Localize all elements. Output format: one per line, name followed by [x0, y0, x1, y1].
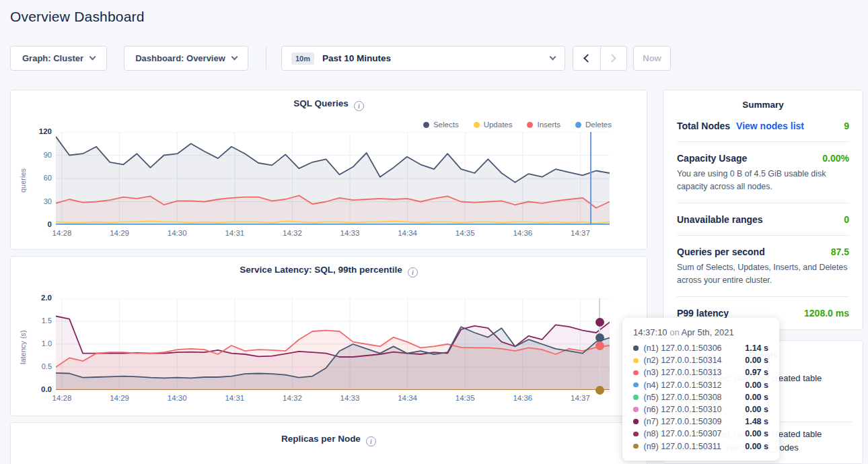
metric-value: 0.00%	[822, 153, 849, 164]
x-axis-tick: 14:35	[450, 229, 480, 237]
tooltip-node-value: 0.00 s	[745, 442, 768, 451]
chevron-down-icon	[550, 54, 556, 61]
metric-value: 1208.0 ms	[804, 308, 849, 319]
summary-metric: Queries per second87.5Sum of Selects, Up…	[663, 246, 863, 286]
chevron-right-icon	[608, 54, 616, 63]
replicas-title-row: Replicas per Nodei	[11, 434, 647, 446]
legend-dot-icon	[527, 122, 533, 128]
chart-hover-tooltip: 14:37:10 on Apr 5th, 2021 (n1) 127.0.0.1…	[622, 318, 779, 461]
tooltip-row: (n8) 127.0.0.1:503070.00 s	[633, 428, 768, 440]
replicas-card: Replicas per Nodei	[10, 422, 647, 464]
metric-value: 0	[844, 214, 849, 225]
legend-label: Deletes	[585, 121, 612, 129]
y-axis-tick: 120	[32, 127, 52, 135]
x-axis-tick: 14:33	[335, 229, 365, 237]
graph-dropdown[interactable]: Graph: Cluster	[10, 46, 107, 71]
tooltip-timestamp: 14:37:10 on Apr 5th, 2021	[633, 327, 768, 337]
now-button[interactable]: Now	[633, 46, 671, 71]
x-axis-tick: 14:34	[393, 229, 423, 237]
legend-item-updates: Updates	[474, 121, 513, 129]
y-axis-tick: 0.0	[32, 385, 52, 393]
metric-label: Capacity Usage	[677, 153, 747, 164]
series-dot-icon	[633, 383, 639, 388]
y-axis-tick: 60	[32, 174, 52, 182]
tooltip-row: (n6) 127.0.0.1:503100.00 s	[633, 403, 768, 416]
x-axis-tick: 14:36	[508, 229, 538, 237]
tooltip-node-value: 0.00 s	[745, 429, 768, 438]
legend-label: Updates	[484, 121, 513, 129]
time-range-picker[interactable]: 10m Past 10 Minutes	[281, 46, 565, 71]
metric-description: Sum of Selects, Updates, Inserts, and De…	[677, 261, 849, 286]
tooltip-row: (n7) 127.0.0.1:503091.48 s	[633, 416, 768, 428]
hover-point-icon	[595, 386, 604, 395]
series-dot-icon	[633, 407, 639, 412]
time-prev-button[interactable]	[573, 46, 600, 70]
tooltip-node-value: 0.00 s	[745, 356, 768, 365]
tooltip-row: (n1) 127.0.0.1:503061.14 s	[633, 342, 768, 354]
info-icon[interactable]: i	[366, 436, 376, 446]
summary-panel: Summary Total NodesView nodes list9Capac…	[663, 90, 863, 330]
series-dot-icon	[633, 358, 639, 364]
x-axis-tick: 14:30	[162, 394, 192, 402]
chevron-left-icon	[583, 54, 592, 63]
metric-value: 9	[844, 121, 849, 131]
y-axis-tick: 90	[32, 151, 52, 159]
legend-item-inserts: Inserts	[527, 121, 560, 129]
replicas-title: Replicas per Node	[281, 434, 361, 444]
sql-queries-title-row: SQL Queriesi	[11, 98, 647, 111]
service-latency-title: Service Latency: SQL, 99th percentile	[240, 265, 402, 275]
tooltip-row: (n5) 127.0.0.1:503080.00 s	[633, 391, 768, 403]
tooltip-node-label: (n6) 127.0.0.1:50310	[644, 405, 722, 414]
metric-label: Total Nodes	[677, 121, 730, 131]
x-axis-tick: 14:35	[450, 394, 480, 402]
metric-label: Unavailable ranges	[677, 214, 763, 225]
tooltip-node-value: 0.00 s	[745, 393, 768, 402]
series-dot-icon	[633, 432, 639, 437]
x-axis-tick: 14:32	[277, 394, 307, 402]
summary-metric: Total NodesView nodes list9	[663, 121, 863, 131]
hover-point-icon	[595, 341, 604, 350]
summary-divider	[677, 203, 849, 203]
service-latency-chart[interactable]	[56, 298, 610, 390]
tooltip-node-label: (n7) 127.0.0.1:50309	[644, 417, 722, 426]
y-axis-tick: 30	[32, 197, 52, 205]
series-dot-icon	[633, 444, 639, 449]
info-icon[interactable]: i	[408, 267, 418, 277]
tooltip-row: (n2) 127.0.0.1:503140.00 s	[633, 354, 768, 366]
summary-divider	[677, 296, 849, 297]
metric-label: Queries per second	[677, 246, 765, 257]
view-nodes-list-link[interactable]: View nodes list	[736, 121, 804, 131]
x-axis-tick: 14:29	[105, 394, 135, 402]
tooltip-node-label: (n3) 127.0.0.1:50313	[644, 368, 722, 377]
graph-dropdown-label: Graph: Cluster	[22, 53, 83, 63]
chevron-down-icon	[231, 54, 238, 61]
x-axis-tick: 14:36	[508, 394, 538, 402]
x-axis-tick: 14:31	[220, 394, 250, 402]
y-axis-tick: 0.5	[32, 362, 52, 370]
tooltip-node-label: (n4) 127.0.0.1:50312	[644, 380, 722, 390]
sql-queries-chart[interactable]	[56, 132, 610, 225]
x-axis-tick: 14:33	[335, 394, 365, 402]
summary-metric: Unavailable ranges0	[663, 214, 863, 225]
series-dot-icon	[633, 345, 639, 351]
summary-divider	[677, 235, 849, 236]
x-axis-tick: 14:30	[162, 229, 192, 237]
series-dot-icon	[633, 370, 639, 376]
tooltip-row: (n9) 127.0.0.1:503110.00 s	[633, 440, 768, 453]
y-axis-tick: 2.0	[32, 294, 52, 302]
summary-title: Summary	[663, 90, 863, 110]
metric-description: You are using 0 B of 4.5 GiB usable disk…	[677, 168, 849, 193]
time-next-button[interactable]	[600, 46, 627, 70]
info-icon[interactable]: i	[354, 101, 364, 111]
dashboard-dropdown[interactable]: Dashboard: Overview	[124, 46, 248, 71]
legend-item-selects: Selects	[423, 121, 459, 129]
time-range-label: Past 10 Minutes	[322, 53, 391, 63]
y-axis-tick: 1.5	[32, 317, 52, 325]
tooltip-row: (n4) 127.0.0.1:503120.00 s	[633, 379, 768, 391]
legend-dot-icon	[474, 122, 480, 128]
dashboard-dropdown-label: Dashboard: Overview	[135, 53, 225, 63]
tooltip-node-value: 0.97 s	[745, 368, 768, 377]
tooltip-node-value: 0.00 s	[745, 380, 768, 390]
time-range-badge: 10m	[291, 53, 314, 65]
tooltip-node-value: 0.00 s	[745, 405, 768, 414]
